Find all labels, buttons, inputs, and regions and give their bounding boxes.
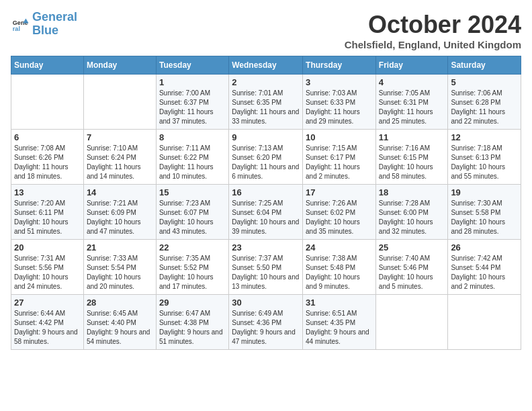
weekday-header: Saturday: [448, 56, 521, 75]
day-info: Sunrise: 7:35 AM Sunset: 5:52 PM Dayligh…: [159, 254, 226, 291]
calendar-table: SundayMondayTuesdayWednesdayThursdayFrid…: [11, 56, 521, 350]
day-info: Sunrise: 7:00 AM Sunset: 6:37 PM Dayligh…: [159, 89, 226, 126]
logo: Gene ral General Blue: [11, 11, 77, 38]
day-info: Sunrise: 7:01 AM Sunset: 6:35 PM Dayligh…: [232, 89, 300, 126]
logo-line1: General: [32, 10, 77, 24]
day-number: 24: [306, 242, 373, 253]
calendar-cell: 11Sunrise: 7:16 AM Sunset: 6:15 PM Dayli…: [375, 130, 448, 185]
calendar-cell: 21Sunrise: 7:33 AM Sunset: 5:54 PM Dayli…: [83, 240, 156, 295]
day-info: Sunrise: 7:21 AM Sunset: 6:09 PM Dayligh…: [87, 199, 153, 236]
calendar-cell: 26Sunrise: 7:42 AM Sunset: 5:44 PM Dayli…: [448, 240, 521, 295]
svg-text:ral: ral: [13, 26, 20, 32]
day-info: Sunrise: 7:40 AM Sunset: 5:46 PM Dayligh…: [379, 254, 445, 291]
day-number: 21: [87, 242, 153, 253]
day-number: 3: [306, 77, 373, 87]
calendar-cell: [375, 295, 448, 350]
calendar-body: 1Sunrise: 7:00 AM Sunset: 6:37 PM Daylig…: [11, 75, 521, 350]
day-number: 2: [232, 77, 300, 87]
day-info: Sunrise: 7:37 AM Sunset: 5:50 PM Dayligh…: [232, 254, 300, 291]
day-number: 20: [14, 242, 81, 253]
day-info: Sunrise: 7:05 AM Sunset: 6:31 PM Dayligh…: [379, 89, 445, 126]
calendar-cell: 1Sunrise: 7:00 AM Sunset: 6:37 PM Daylig…: [156, 75, 228, 130]
calendar-cell: 8Sunrise: 7:11 AM Sunset: 6:22 PM Daylig…: [156, 130, 228, 185]
calendar-row: 6Sunrise: 7:08 AM Sunset: 6:26 PM Daylig…: [11, 130, 521, 185]
weekday-header: Tuesday: [156, 56, 228, 75]
day-number: 13: [14, 187, 81, 197]
day-info: Sunrise: 7:10 AM Sunset: 6:24 PM Dayligh…: [87, 144, 153, 181]
day-number: 15: [159, 187, 226, 197]
weekday-header: Sunday: [11, 56, 84, 75]
calendar-cell: 20Sunrise: 7:31 AM Sunset: 5:56 PM Dayli…: [11, 240, 84, 295]
calendar-cell: 19Sunrise: 7:30 AM Sunset: 5:58 PM Dayli…: [448, 185, 521, 240]
calendar-cell: 15Sunrise: 7:23 AM Sunset: 6:07 PM Dayli…: [156, 185, 228, 240]
calendar-cell: [448, 295, 521, 350]
day-number: 8: [159, 132, 226, 142]
day-info: Sunrise: 6:51 AM Sunset: 4:35 PM Dayligh…: [306, 309, 373, 347]
day-info: Sunrise: 7:15 AM Sunset: 6:17 PM Dayligh…: [306, 144, 373, 181]
calendar-cell: [11, 75, 84, 130]
day-info: Sunrise: 7:13 AM Sunset: 6:20 PM Dayligh…: [232, 144, 300, 181]
calendar-cell: 7Sunrise: 7:10 AM Sunset: 6:24 PM Daylig…: [83, 130, 156, 185]
day-info: Sunrise: 7:38 AM Sunset: 5:48 PM Dayligh…: [306, 254, 373, 291]
calendar-cell: 23Sunrise: 7:37 AM Sunset: 5:50 PM Dayli…: [229, 240, 303, 295]
day-info: Sunrise: 7:23 AM Sunset: 6:07 PM Dayligh…: [159, 199, 226, 236]
day-number: 31: [306, 298, 373, 308]
calendar-cell: 18Sunrise: 7:28 AM Sunset: 6:00 PM Dayli…: [375, 185, 448, 240]
day-number: 11: [379, 132, 445, 142]
calendar-cell: 4Sunrise: 7:05 AM Sunset: 6:31 PM Daylig…: [375, 75, 448, 130]
day-info: Sunrise: 7:11 AM Sunset: 6:22 PM Dayligh…: [159, 144, 226, 181]
day-number: 17: [306, 187, 373, 197]
day-number: 12: [451, 132, 518, 142]
day-number: 10: [306, 132, 373, 142]
calendar-row: 20Sunrise: 7:31 AM Sunset: 5:56 PM Dayli…: [11, 240, 521, 295]
calendar-cell: 16Sunrise: 7:25 AM Sunset: 6:04 PM Dayli…: [229, 185, 303, 240]
calendar-cell: 14Sunrise: 7:21 AM Sunset: 6:09 PM Dayli…: [83, 185, 156, 240]
day-info: Sunrise: 6:49 AM Sunset: 4:36 PM Dayligh…: [232, 309, 300, 347]
day-info: Sunrise: 6:47 AM Sunset: 4:38 PM Dayligh…: [159, 309, 226, 347]
day-number: 16: [232, 187, 300, 197]
day-info: Sunrise: 7:08 AM Sunset: 6:26 PM Dayligh…: [14, 144, 81, 181]
calendar-row: 1Sunrise: 7:00 AM Sunset: 6:37 PM Daylig…: [11, 75, 521, 130]
day-info: Sunrise: 7:25 AM Sunset: 6:04 PM Dayligh…: [232, 199, 300, 236]
day-info: Sunrise: 7:06 AM Sunset: 6:28 PM Dayligh…: [451, 89, 518, 126]
day-info: Sunrise: 7:18 AM Sunset: 6:13 PM Dayligh…: [451, 144, 518, 181]
day-info: Sunrise: 7:30 AM Sunset: 5:58 PM Dayligh…: [451, 199, 518, 236]
day-info: Sunrise: 6:45 AM Sunset: 4:40 PM Dayligh…: [87, 309, 153, 347]
day-number: 1: [159, 77, 226, 87]
day-number: 26: [451, 242, 518, 253]
day-number: 7: [87, 132, 153, 142]
calendar-cell: 5Sunrise: 7:06 AM Sunset: 6:28 PM Daylig…: [448, 75, 521, 130]
day-number: 5: [451, 77, 518, 87]
day-info: Sunrise: 7:16 AM Sunset: 6:15 PM Dayligh…: [379, 144, 445, 181]
weekday-header: Monday: [83, 56, 156, 75]
calendar-cell: 2Sunrise: 7:01 AM Sunset: 6:35 PM Daylig…: [229, 75, 303, 130]
calendar-cell: 31Sunrise: 6:51 AM Sunset: 4:35 PM Dayli…: [303, 295, 376, 350]
day-info: Sunrise: 7:20 AM Sunset: 6:11 PM Dayligh…: [14, 199, 81, 236]
logo-line2: Blue: [32, 24, 58, 37]
calendar-cell: 25Sunrise: 7:40 AM Sunset: 5:46 PM Dayli…: [375, 240, 448, 295]
title-block: October 2024 Chelsfield, England, United…: [345, 11, 521, 50]
day-number: 18: [379, 187, 445, 197]
logo-icon: Gene ral: [11, 15, 30, 34]
day-info: Sunrise: 7:26 AM Sunset: 6:02 PM Dayligh…: [306, 199, 373, 236]
calendar-cell: 13Sunrise: 7:20 AM Sunset: 6:11 PM Dayli…: [11, 185, 84, 240]
day-number: 9: [232, 132, 300, 142]
day-number: 27: [14, 298, 81, 308]
day-number: 23: [232, 242, 300, 253]
weekday-header: Thursday: [303, 56, 376, 75]
calendar-cell: 17Sunrise: 7:26 AM Sunset: 6:02 PM Dayli…: [303, 185, 376, 240]
calendar-cell: 27Sunrise: 6:44 AM Sunset: 4:42 PM Dayli…: [11, 295, 84, 350]
page-header: Gene ral General Blue October 2024 Chels…: [11, 11, 521, 50]
day-number: 4: [379, 77, 445, 87]
day-number: 14: [87, 187, 153, 197]
calendar-row: 27Sunrise: 6:44 AM Sunset: 4:42 PM Dayli…: [11, 295, 521, 350]
calendar-cell: 24Sunrise: 7:38 AM Sunset: 5:48 PM Dayli…: [303, 240, 376, 295]
day-info: Sunrise: 7:28 AM Sunset: 6:00 PM Dayligh…: [379, 199, 445, 236]
day-info: Sunrise: 7:03 AM Sunset: 6:33 PM Dayligh…: [306, 89, 373, 126]
day-info: Sunrise: 6:44 AM Sunset: 4:42 PM Dayligh…: [14, 309, 81, 347]
day-info: Sunrise: 7:42 AM Sunset: 5:44 PM Dayligh…: [451, 254, 518, 291]
weekday-header: Friday: [375, 56, 448, 75]
day-info: Sunrise: 7:31 AM Sunset: 5:56 PM Dayligh…: [14, 254, 81, 291]
calendar-cell: 12Sunrise: 7:18 AM Sunset: 6:13 PM Dayli…: [448, 130, 521, 185]
calendar-cell: 3Sunrise: 7:03 AM Sunset: 6:33 PM Daylig…: [303, 75, 376, 130]
